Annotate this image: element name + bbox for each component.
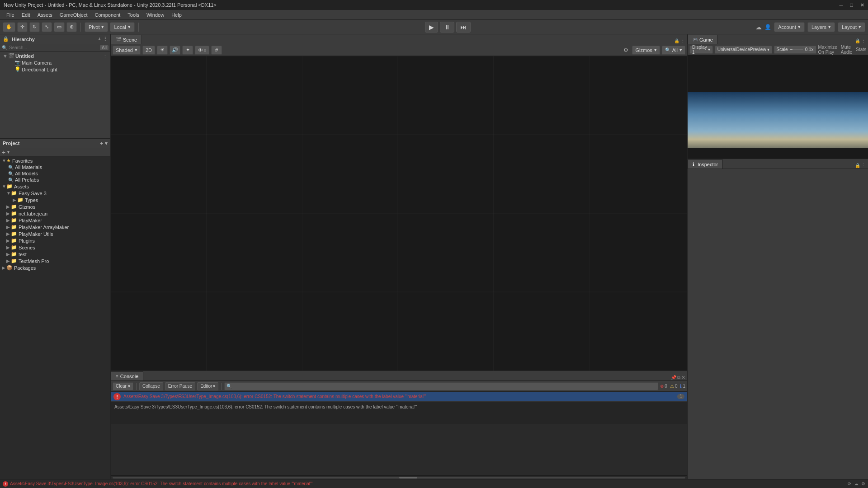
clear-label: Clear [116,384,127,389]
textmeshpro-item[interactable]: ▶ 📁 TextMesh Pro [0,258,110,264]
net-item[interactable]: ▶ 📁 net.fabrejean [0,210,110,217]
plugins-item[interactable]: ▶ 📁 Plugins [0,237,110,244]
all-materials-item[interactable]: 🔍 All Materials [0,164,110,170]
inspector-menu-icon[interactable]: ⋮ [861,163,866,169]
stats-label[interactable]: Stats [856,47,866,52]
game-lock-icon[interactable]: 🔒 [855,38,860,43]
console-log-area[interactable]: ! Assets\Easy Save 3\Types\ES3UserType_I… [111,392,687,475]
scale-dropdown[interactable]: Scale 0.1x [774,46,816,54]
maximize-on-play-label[interactable]: Maximize On Play [818,45,837,55]
console-close-icon[interactable]: ✕ [681,375,685,380]
cloud-icon[interactable]: ☁ [755,23,762,31]
account-dropdown[interactable]: Account ▾ [774,22,805,32]
hierarchy-directional-light[interactable]: 💡 Directional Light [0,66,110,73]
gizmos-dropdown[interactable]: Gizmos ▾ [632,46,660,55]
scale-tool-btn[interactable]: ⤡ [42,22,52,32]
transform-tool-btn[interactable]: ⊕ [66,22,77,32]
lighting-btn[interactable]: ☀ [157,46,168,55]
assets-item[interactable]: ▼ 📁 Assets [0,183,110,190]
console-float-icon[interactable]: ⧉ [677,375,680,380]
hierarchy-menu-btn[interactable]: ⋮ [103,36,108,42]
console-pin-icon[interactable]: 📌 [671,375,676,380]
packages-item[interactable]: ▶ 📦 Packages [0,264,110,271]
menu-tools[interactable]: Tools [124,11,143,19]
close-btn[interactable]: ✕ [860,2,864,8]
hand-tool-btn[interactable]: ✋ [3,22,15,32]
all-models-item[interactable]: 🔍 All Models [0,170,110,177]
editor-dropdown[interactable]: Editor ▾ [197,382,218,390]
playmaker-item[interactable]: ▶ 📁 PlayMaker [0,217,110,224]
grid-btn[interactable]: # [211,46,222,55]
hierarchy-add-btn[interactable]: + [98,36,101,42]
pause-btn[interactable]: ⏸ [440,22,454,33]
hierarchy-lock-icon[interactable]: 🔒 [3,36,9,42]
move-tool-btn[interactable]: ✛ [17,22,28,32]
console-tab[interactable]: ≡ Console [111,371,143,380]
collab-icon[interactable]: 👤 [764,24,771,30]
playmaker-utils-item[interactable]: ▶ 📁 PlayMaker Utils [0,230,110,237]
resolution-dropdown[interactable]: UniversalDevicePreview ▾ [715,46,772,54]
clear-btn[interactable]: Clear ▾ [113,382,133,390]
rect-tool-btn[interactable]: ▭ [54,22,65,32]
scene-viewport[interactable] [111,56,687,371]
2d-btn[interactable]: 2D [142,46,155,55]
console-search-input[interactable] [224,382,658,390]
layout-arrow: ▾ [859,24,861,30]
display-dropdown[interactable]: Display 1 ▾ [689,46,713,54]
menu-gameobject[interactable]: GameObject [56,11,91,19]
layers-dropdown[interactable]: Layers ▾ [807,22,835,32]
menu-assets[interactable]: Assets [34,11,56,19]
playmaker-arraymaker-item[interactable]: ▶ 📁 PlayMaker ArrayMaker [0,224,110,230]
play-btn[interactable]: ▶ [425,22,438,33]
inspector-lock-icon[interactable]: 🔒 [855,163,860,168]
console-scrollbar[interactable] [111,475,687,479]
types-item[interactable]: ▶ 📁 Types [0,197,110,203]
scene-settings-btn[interactable]: ⚙ [621,46,630,55]
scene-tab[interactable]: 🎬 Scene [111,35,142,44]
effects-btn[interactable]: ✦ [182,46,193,55]
console-error-entry[interactable]: ! Assets\Easy Save 3\Types\ES3UserType_I… [111,392,687,402]
hierarchy-scene-root[interactable]: ▼ 🎬 Untitled ⋮ [0,52,110,59]
game-tab[interactable]: 🎮 Game [688,35,718,44]
scene-lock-icon[interactable]: 🔒 [674,38,679,43]
hierarchy-main-camera[interactable]: 📷 Main Camera [0,59,110,66]
rotate-tool-btn[interactable]: ↻ [29,22,40,32]
collapse-btn[interactable]: Collapse [139,382,163,390]
project-add-btn[interactable]: + [100,141,103,146]
light-icon: 💡 [14,66,21,72]
hierarchy-search[interactable] [9,45,98,50]
project-arrow-btn[interactable]: ▾ [105,141,108,146]
maximize-btn[interactable]: □ [850,2,853,8]
menu-help[interactable]: Help [168,11,185,19]
menu-window[interactable]: Window [143,11,168,19]
scene-menu-icon[interactable]: ⋮ [103,53,108,59]
easy-save-item[interactable]: ▼ 📁 Easy Save 3 [0,190,110,197]
favorites-item[interactable]: ▼ ★ Favorites [0,157,110,164]
scene-menu-icon[interactable]: ⋮ [680,38,685,44]
game-menu-icon[interactable]: ⋮ [861,38,866,44]
menu-edit[interactable]: Edit [18,11,34,19]
all-prefabs-item[interactable]: 🔍 All Prefabs [0,177,110,183]
layout-dropdown[interactable]: Layout ▾ [838,22,865,32]
project-arrow-icon[interactable]: ▾ [7,150,9,155]
step-btn[interactable]: ⏭ [456,22,471,33]
pivot-dropdown[interactable]: Pivot ▾ [85,22,108,32]
error-pause-btn[interactable]: Error Pause [165,382,195,390]
hidden-mesh-btn[interactable]: 👁 0 [195,46,209,55]
menu-component[interactable]: Component [91,11,124,19]
scenes-item[interactable]: ▶ 📁 Scenes [0,244,110,251]
inspector-tab[interactable]: ℹ Inspector [688,160,723,169]
minimize-btn[interactable]: ─ [840,2,843,8]
project-add-icon[interactable]: + [2,149,5,156]
shading-dropdown[interactable]: Shaded ▾ [113,46,141,55]
local-dropdown[interactable]: Local ▾ [110,22,134,32]
console-scrollbar-thumb[interactable] [399,477,417,479]
game-view-canvas[interactable] [688,55,868,159]
menu-file[interactable]: File [3,11,18,19]
gizmos-item[interactable]: ▶ 📁 Gizmos [0,203,110,210]
test-item[interactable]: ▶ 📁 test [0,251,110,258]
mute-audio-label[interactable]: Mute Audio [841,45,853,55]
audio-btn[interactable]: 🔊 [170,46,180,55]
console-scrollbar-track[interactable] [113,477,685,479]
scene-all-dropdown[interactable]: 🔍 All ▾ [662,46,685,55]
